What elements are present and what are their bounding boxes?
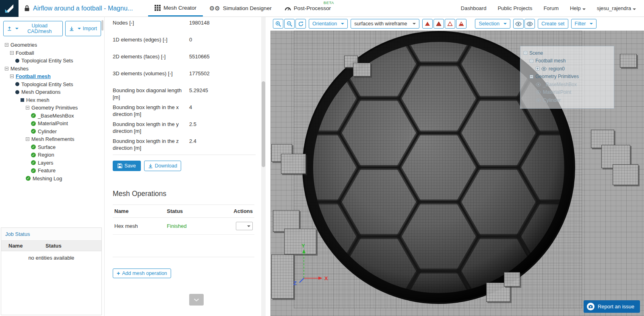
scene-item-basemeshbox[interactable]: _BaseMeshBox — [524, 81, 611, 89]
triangle-filter-half-button[interactable] — [456, 19, 466, 29]
tree-item-hex-mesh[interactable]: Hex mesh — [0, 96, 104, 104]
tab-post-processor[interactable]: BETA Post-Processor — [278, 0, 337, 17]
tree-item-layers[interactable]: ✓Layers — [0, 159, 104, 167]
viewport-3d[interactable]: SceneFootball meshregion0Geometry Primit… — [270, 31, 644, 316]
navigation-sidebar: Upload CAD/mesh Import GeometriesFootbal… — [0, 17, 105, 316]
sidebar-scrollbar[interactable] — [101, 20, 103, 31]
tree-item-football[interactable]: Football — [0, 49, 104, 57]
scrollbar-thumb[interactable] — [262, 81, 265, 167]
triangle-filter-outline-button[interactable] — [445, 19, 455, 29]
download-button[interactable]: Download — [144, 161, 182, 171]
property-label: Bounding box length in the z direction [… — [113, 138, 189, 151]
zoom-fit-button[interactable] — [284, 19, 295, 29]
help-menu[interactable]: Help — [570, 5, 586, 11]
render-mode-select[interactable]: surfaces with wireframe — [351, 19, 419, 29]
collapse-toggle-icon[interactable] — [10, 51, 14, 55]
scene-item-region0[interactable]: region0 — [524, 65, 611, 73]
mesh-operation-row[interactable]: Hex meshFinished — [113, 218, 254, 235]
mesh-operations-heading: Mesh Operations — [113, 190, 266, 198]
tree-item-materialpoint[interactable]: ✓MaterialPoint — [0, 120, 104, 128]
add-operation-label: Add mesh operation — [122, 271, 167, 276]
visibility-eye-icon[interactable] — [541, 67, 547, 71]
property-label: Bounding box diagonal length [m] — [113, 87, 189, 101]
create-set-button[interactable]: Create set — [538, 19, 568, 29]
tree-item-mesh-refinements[interactable]: Mesh Refinements — [0, 135, 104, 143]
hide-selection-eye-button[interactable] — [524, 19, 535, 29]
visibility-eye-icon[interactable] — [536, 90, 541, 94]
entity-icon — [15, 59, 19, 63]
column-name: Name — [113, 205, 165, 218]
visibility-eye-icon[interactable] — [536, 98, 541, 102]
tree-item-topological-entity-sets[interactable]: Topological Entity Sets — [0, 57, 104, 65]
tree-item-label: Football mesh — [16, 73, 51, 79]
zoom-in-button[interactable] — [273, 19, 283, 29]
collapse-toggle-icon[interactable] — [530, 59, 533, 63]
scene-item-materialpoint[interactable]: MaterialPoint — [524, 89, 611, 97]
upload-icon — [7, 26, 12, 31]
top-nav-links: Dashboard Public Projects Forum Help sje… — [461, 5, 644, 11]
scene-item-geometry-primitives[interactable]: Geometry Primitives — [524, 73, 611, 81]
add-mesh-operation-button[interactable]: + Add mesh operation — [113, 268, 171, 278]
simscale-logo[interactable] — [0, 0, 19, 17]
chevron-down-icon — [194, 298, 199, 302]
visibility-eye-icon[interactable] — [536, 83, 541, 87]
column-name: Name — [8, 243, 45, 249]
collapse-toggle-icon[interactable] — [26, 106, 29, 109]
job-status-panel: Job Status Name Status no entities avail… — [1, 227, 102, 315]
save-button-label: Save — [124, 163, 136, 169]
tree-item-meshes[interactable]: Meshes — [0, 65, 104, 73]
triangle-filter-solid-button[interactable] — [422, 19, 433, 29]
orientation-dropdown[interactable]: Orientation — [309, 19, 348, 29]
show-all-eye-button[interactable] — [513, 19, 524, 29]
reset-view-button[interactable] — [295, 19, 306, 29]
scene-item-football-mesh[interactable]: Football mesh — [524, 57, 611, 65]
tree-item-geometry-primitives[interactable]: Geometry Primitives — [0, 104, 104, 112]
success-check-icon: ✓ — [31, 121, 36, 126]
tab-simulation-designer[interactable]: ⚙⚙ Simulation Designer — [203, 0, 278, 17]
shaded-triangle-icon — [436, 21, 442, 26]
tree-item-mesh-operations[interactable]: Mesh Operations — [0, 88, 104, 96]
tree-item-surface[interactable]: ✓Surface — [0, 143, 104, 151]
link-public-projects[interactable]: Public Projects — [497, 5, 532, 11]
collapse-toggle-icon[interactable] — [10, 74, 14, 78]
upload-cad-mesh-button[interactable]: Upload CAD/mesh — [3, 21, 63, 36]
import-button[interactable]: Import — [65, 21, 101, 36]
mesh-statistics: Nodes [-]19801481D elements (edges) [-]0… — [113, 19, 266, 151]
collapse-toggle-icon[interactable] — [26, 137, 29, 141]
tree-item-basemeshbox[interactable]: ✓_BaseMeshBox — [0, 112, 104, 120]
scroll-down-button[interactable] — [189, 294, 204, 306]
save-button[interactable]: Save — [113, 161, 141, 171]
z-axis-label: Z — [293, 280, 297, 286]
middle-panel-scrollbar[interactable] — [261, 17, 266, 316]
tree-item-football-mesh[interactable]: Football mesh — [0, 72, 104, 81]
user-menu[interactable]: sjesu_rajendra — [597, 5, 636, 11]
collapse-toggle-icon[interactable] — [524, 51, 527, 55]
tree-item-topological-entity-sets[interactable]: Topological Entity Sets — [0, 81, 104, 89]
scene-item-cylinder[interactable]: Cylinder — [524, 96, 611, 104]
zoom-in-icon — [275, 21, 281, 27]
tab-label: Post-Processor — [294, 5, 331, 11]
property-label: Bounding box length in the y direction [… — [113, 121, 189, 134]
axis-triad: Y X Z — [285, 214, 337, 288]
collapse-toggle-icon[interactable] — [530, 75, 533, 78]
tree-item-geometries[interactable]: Geometries — [0, 41, 104, 49]
link-forum[interactable]: Forum — [543, 5, 559, 11]
tree-item-region[interactable]: ✓Region — [0, 151, 104, 159]
project-title[interactable]: Airflow around a football - Magnu... — [33, 5, 133, 12]
filter-dropdown[interactable]: Filter — [571, 19, 597, 29]
report-issue-button[interactable]: Report an issue — [584, 300, 640, 313]
operation-actions-select[interactable] — [236, 222, 253, 230]
scene-item-scene[interactable]: Scene — [524, 49, 611, 57]
triangle-filter-shaded-button[interactable] — [433, 19, 444, 29]
collapse-toggle-icon[interactable] — [5, 67, 8, 70]
tree-item-meshing-log[interactable]: ✓Meshing Log — [0, 175, 104, 183]
tree-item-cylinder[interactable]: ✓Cylinder — [0, 128, 104, 136]
tree-item-label: Meshing Log — [33, 176, 62, 182]
link-dashboard[interactable]: Dashboard — [461, 5, 487, 11]
expand-toggle-icon[interactable] — [536, 67, 539, 70]
tree-item-feature[interactable]: ✓Feature — [0, 167, 104, 175]
selection-dropdown[interactable]: Selection — [475, 19, 510, 29]
property-value: 4 — [189, 104, 266, 118]
tab-mesh-creator[interactable]: Mesh Creator — [148, 0, 203, 17]
collapse-toggle-icon[interactable] — [5, 43, 8, 47]
